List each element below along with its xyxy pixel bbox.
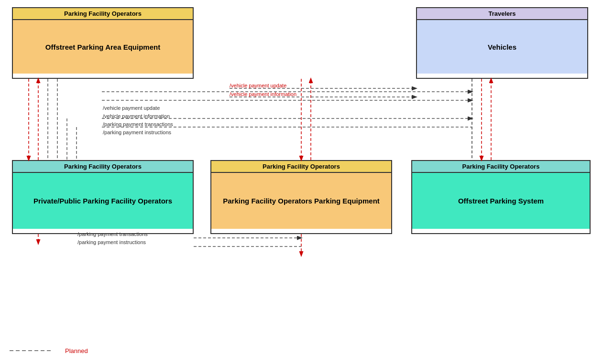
- node-travelers-body: Vehicles: [417, 20, 587, 74]
- node-private-public: Parking Facility Operators Private/Publi…: [12, 160, 194, 234]
- legend-planned-label: Planned: [65, 347, 88, 354]
- diagram-container: Parking Facility Operators Offstreet Par…: [0, 0, 603, 364]
- svg-text:/vehicle payment update: /vehicle payment update: [230, 83, 286, 88]
- node-offstreet-system: Parking Facility Operators Offstreet Par…: [411, 160, 591, 234]
- svg-text:/vehicle payment information: /vehicle payment information: [230, 91, 296, 97]
- node-travelers: Travelers Vehicles: [416, 7, 588, 79]
- legend: Planned: [10, 347, 88, 354]
- node-pfo-equipment-body: Parking Facility Operators Parking Equip…: [211, 173, 391, 229]
- node-offstreet-equipment-header: Parking Facility Operators: [13, 8, 193, 20]
- legend-line-svg: [10, 347, 57, 354]
- node-offstreet-equipment: Parking Facility Operators Offstreet Par…: [12, 7, 194, 79]
- node-offstreet-equipment-body: Offstreet Parking Area Equipment: [13, 20, 193, 74]
- node-pfo-equipment: Parking Facility Operators Parking Facil…: [210, 160, 392, 234]
- node-private-public-body: Private/Public Parking Facility Operator…: [13, 173, 193, 229]
- svg-text:/parking payment instructions: /parking payment instructions: [103, 129, 172, 135]
- node-offstreet-system-body: Offstreet Parking System: [412, 173, 590, 229]
- svg-text:/vehicle payment information: /vehicle payment information: [103, 113, 170, 119]
- node-pfo-equipment-header: Parking Facility Operators: [211, 161, 391, 173]
- node-private-public-header: Parking Facility Operators: [13, 161, 193, 173]
- svg-text:/parking payment transactions: /parking payment transactions: [103, 121, 173, 127]
- node-travelers-header: Travelers: [417, 8, 587, 20]
- node-offstreet-system-header: Parking Facility Operators: [412, 161, 590, 173]
- svg-text:/parking payment instructions: /parking payment instructions: [77, 239, 146, 245]
- svg-text:/vehicle payment update: /vehicle payment update: [103, 105, 160, 111]
